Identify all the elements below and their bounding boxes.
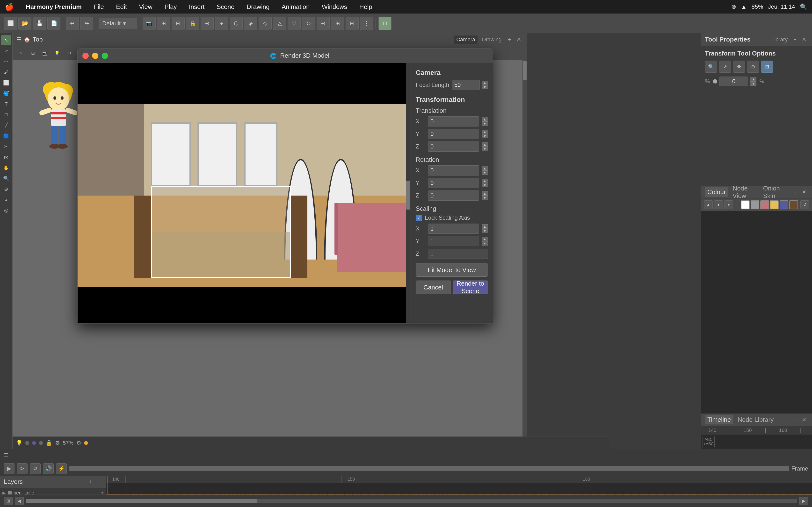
active-tool-button[interactable]: ⊡	[378, 17, 392, 30]
workspace-dropdown[interactable]: Default ▾	[99, 18, 137, 29]
rz-stepper-down[interactable]: ▼	[481, 195, 488, 200]
z-stepper[interactable]: ▲ ▼	[481, 142, 488, 151]
hand-tool[interactable]: ✋	[1, 163, 11, 173]
x-stepper-down[interactable]: ▼	[481, 121, 488, 126]
rx-stepper-down[interactable]: ▼	[481, 170, 488, 175]
layer-row-0[interactable]: ▶ peg_taille +	[0, 488, 106, 495]
vtb-lights[interactable]: 💡	[52, 48, 62, 58]
timeline-scrubber[interactable]	[69, 466, 789, 471]
tl-bottom-btn1[interactable]: ⊞	[4, 497, 12, 505]
viewport-scrollbar-thumb[interactable]	[406, 181, 410, 210]
open-button[interactable]: 📂	[18, 17, 32, 30]
tp-icon-arrow[interactable]: ↗	[719, 61, 731, 73]
tp-stepper-up[interactable]: ▲	[750, 77, 756, 81]
focal-length-input[interactable]: 50	[452, 80, 480, 90]
hamburger-icon[interactable]: ☰	[16, 37, 21, 43]
deform-tool[interactable]: ◎	[1, 205, 11, 215]
swatch-gray[interactable]	[751, 201, 759, 209]
tp-close-btn[interactable]: ✕	[800, 36, 808, 44]
translation-x-input[interactable]: 0	[428, 116, 479, 126]
cnp-refresh-btn[interactable]: ↺	[800, 201, 809, 209]
rotation-y-input[interactable]: 0	[428, 178, 479, 188]
cnp-tool-up[interactable]: ▲	[704, 201, 713, 209]
tp-icon-active[interactable]: ⊞	[761, 61, 773, 73]
play-button[interactable]: ▶	[4, 463, 14, 474]
ry-stepper-down[interactable]: ▼	[481, 183, 488, 187]
layer-add-0[interactable]: +	[101, 490, 104, 495]
add-layer-btn[interactable]: +	[87, 478, 94, 486]
cancel-button[interactable]: Cancel	[416, 281, 451, 294]
minimize-button[interactable]	[92, 53, 98, 59]
tool4-button[interactable]: △	[273, 17, 286, 30]
stepper-down[interactable]: ▼	[481, 85, 488, 89]
rotation-x-input[interactable]: 0	[428, 165, 479, 175]
menu-drawing[interactable]: Drawing	[244, 2, 272, 12]
audio-button[interactable]: 🔊	[43, 463, 54, 474]
shape-tool[interactable]: □	[1, 110, 11, 120]
zoom-tool[interactable]: 🔍	[1, 173, 11, 183]
menu-insert[interactable]: Insert	[186, 2, 207, 12]
cnp-tool-add[interactable]: +	[724, 201, 733, 209]
grid-button[interactable]: ⊟	[171, 17, 185, 30]
tp-icon-zoom[interactable]: 🔍	[705, 61, 717, 73]
sx-stepper-up[interactable]: ▲	[481, 224, 488, 229]
stepper-up[interactable]: ▲	[481, 80, 488, 85]
brush-tool[interactable]: 🖌	[1, 67, 11, 77]
menu-scene[interactable]: Scene	[214, 2, 237, 12]
search-icon[interactable]: 🔍	[800, 3, 807, 10]
viewport-scrollbar[interactable]	[406, 63, 411, 323]
swatch-brown[interactable]	[789, 201, 798, 209]
menu-file[interactable]: File	[91, 2, 106, 12]
close-button[interactable]	[83, 53, 89, 59]
tp-tab-library[interactable]: Library	[769, 36, 790, 44]
tab-node-library[interactable]: Node Library	[735, 415, 776, 425]
rx-stepper[interactable]: ▲ ▼	[481, 166, 488, 175]
tp-value-stepper[interactable]: ▲ ▼	[750, 77, 756, 86]
lock-button[interactable]: 🔒	[186, 17, 199, 30]
rz-stepper-up[interactable]: ▲	[481, 191, 488, 195]
vtb-settings[interactable]: ⚙	[64, 48, 74, 58]
tab-node-view[interactable]: Node View	[730, 184, 759, 201]
tp-value-input[interactable]: 0	[719, 76, 748, 86]
tl-bottom-btn3[interactable]: ▶	[800, 497, 808, 505]
x-stepper[interactable]: ▲ ▼	[481, 117, 488, 126]
sx-stepper-down[interactable]: ▼	[481, 229, 488, 233]
tp-icon-pivot[interactable]: ⊕	[747, 61, 759, 73]
vtb-grid[interactable]: ⊞	[28, 48, 38, 58]
close-view-button[interactable]: ✕	[515, 36, 523, 44]
translation-y-input[interactable]: 0	[428, 129, 479, 139]
rotation-z-input[interactable]: 0	[428, 190, 479, 201]
menu-edit[interactable]: Edit	[114, 2, 129, 12]
tool3-button[interactable]: ◇	[259, 17, 272, 30]
swatch-yellow[interactable]	[770, 201, 779, 209]
tab-onion-skin[interactable]: Onion Skin	[761, 184, 790, 201]
tl-bottom-btn2[interactable]: ◀	[15, 497, 24, 505]
scissors-tool[interactable]: ✂	[1, 142, 11, 152]
sx-stepper[interactable]: ▲ ▼	[481, 224, 488, 233]
toggle-camera-button[interactable]: 📷	[143, 17, 156, 30]
tab-colour[interactable]: Colour	[705, 187, 728, 197]
fit-model-button[interactable]: Fit Model to View	[416, 263, 488, 277]
z-stepper-up[interactable]: ▲	[481, 142, 488, 147]
peg-tool[interactable]: ⬥	[1, 194, 11, 205]
y-stepper-down[interactable]: ▼	[481, 134, 488, 138]
tl-bottom-scrubber[interactable]	[26, 499, 797, 503]
paint-tool[interactable]: 🪣	[1, 89, 11, 99]
timeline-menu-btn[interactable]: ☰	[4, 452, 9, 458]
scaling-x-input[interactable]: 1	[428, 224, 479, 234]
menu-appname[interactable]: Harmony Premium	[23, 2, 84, 12]
menu-help[interactable]: Help	[357, 2, 374, 12]
z-stepper-down[interactable]: ▼	[481, 147, 488, 151]
view-tab-camera[interactable]: Camera	[454, 36, 477, 44]
rubber-stamp-button[interactable]: ●	[215, 17, 228, 30]
render-to-scene-button[interactable]: Render to Scene	[453, 281, 488, 294]
tool7-button[interactable]: ⊝	[317, 17, 329, 30]
vtb-select[interactable]: ↖	[15, 48, 26, 58]
rigging-tool[interactable]: ⋈	[1, 152, 11, 162]
tool5-button[interactable]: ▽	[288, 17, 301, 30]
tab-timeline[interactable]: Timeline	[705, 415, 733, 425]
redo-button[interactable]: ↪	[80, 17, 93, 30]
cnp-add-btn[interactable]: +	[792, 188, 799, 196]
new-button[interactable]: ⬜	[4, 17, 17, 30]
ry-stepper[interactable]: ▲ ▼	[481, 179, 488, 187]
